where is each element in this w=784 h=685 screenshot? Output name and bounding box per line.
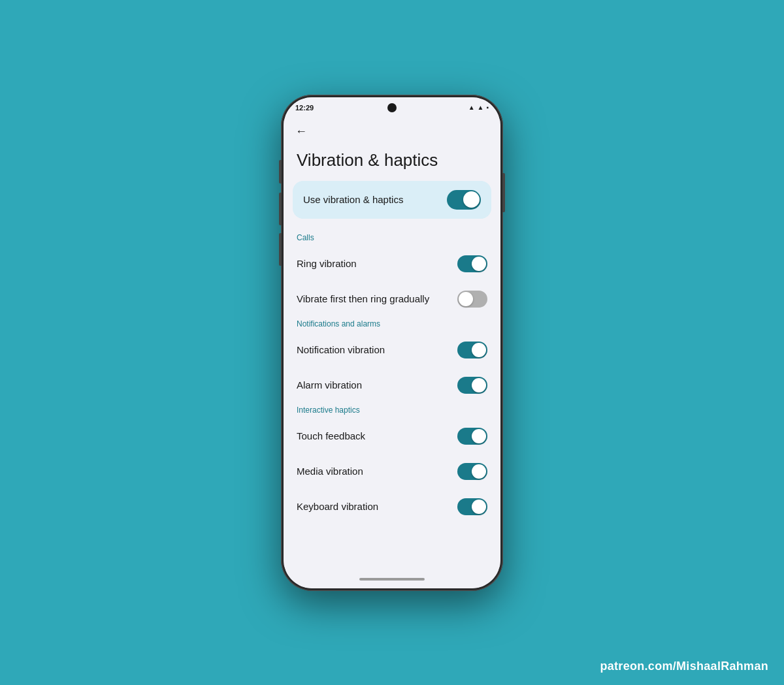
ring-vibration-toggle[interactable] [457,255,487,272]
wifi-icon: ▲ [468,104,475,111]
vibrate-first-row: Vibrate first then ring gradually [284,281,500,317]
keyboard-vibration-row: Keyboard vibration [284,489,500,524]
toggle-knob [472,500,486,514]
touch-feedback-row: Touch feedback [284,419,500,454]
alarm-vibration-toggle[interactable] [457,377,487,394]
section-header-haptics: Interactive haptics [284,403,500,419]
touch-feedback-toggle[interactable] [457,428,487,445]
status-time: 12:29 [295,104,314,112]
toggle-knob [472,343,486,357]
vibrate-first-label: Vibrate first then ring gradually [297,293,429,304]
notification-vibration-row: Notification vibration [284,332,500,368]
back-button[interactable]: ← [295,125,307,138]
volume-up-button [279,193,282,225]
camera-notch [387,103,397,112]
ring-vibration-row: Ring vibration [284,246,500,281]
toggle-knob [472,429,486,443]
power-button [502,173,505,212]
media-vibration-label: Media vibration [297,466,363,477]
keyboard-vibration-toggle[interactable] [457,498,487,515]
signal-icon: ▲ [478,104,484,111]
watermark: patreon.com/MishaalRahman [600,660,768,673]
media-vibration-row: Media vibration [284,454,500,489]
status-icons: ▲ ▲ ▪ [468,104,489,111]
alarm-vibration-label: Alarm vibration [297,379,362,390]
toggle-knob [472,378,486,392]
volume-down-button [279,233,282,266]
mute-button [279,160,282,183]
alarm-vibration-row: Alarm vibration [284,368,500,403]
battery-icon: ▪ [486,104,489,111]
back-row: ← [284,118,500,142]
phone-shell: 12:29 ▲ ▲ ▪ ← Vibration & haptics Use vi… [281,95,503,591]
toggle-knob [463,191,480,208]
status-bar: 12:29 ▲ ▲ ▪ [284,97,500,118]
notification-vibration-label: Notification vibration [297,344,385,355]
home-bar [284,570,500,588]
home-bar-line [359,578,425,581]
toggle-knob [459,292,473,306]
phone-screen: 12:29 ▲ ▲ ▪ ← Vibration & haptics Use vi… [284,97,500,588]
section-header-notifications: Notifications and alarms [284,317,500,332]
section-header-calls: Calls [284,231,500,246]
touch-feedback-label: Touch feedback [297,430,365,441]
media-vibration-toggle[interactable] [457,463,487,480]
master-toggle-label: Use vibration & haptics [303,194,403,205]
screen-content: ← Vibration & haptics Use vibration & ha… [284,118,500,570]
notification-vibration-toggle[interactable] [457,342,487,358]
master-toggle-card: Use vibration & haptics [293,181,491,219]
ring-vibration-label: Ring vibration [297,258,357,269]
page-title: Vibration & haptics [284,142,500,181]
toggle-knob [472,464,486,479]
master-toggle[interactable] [447,190,481,210]
vibrate-first-toggle[interactable] [457,291,487,308]
toggle-knob [472,257,486,271]
keyboard-vibration-label: Keyboard vibration [297,501,378,512]
